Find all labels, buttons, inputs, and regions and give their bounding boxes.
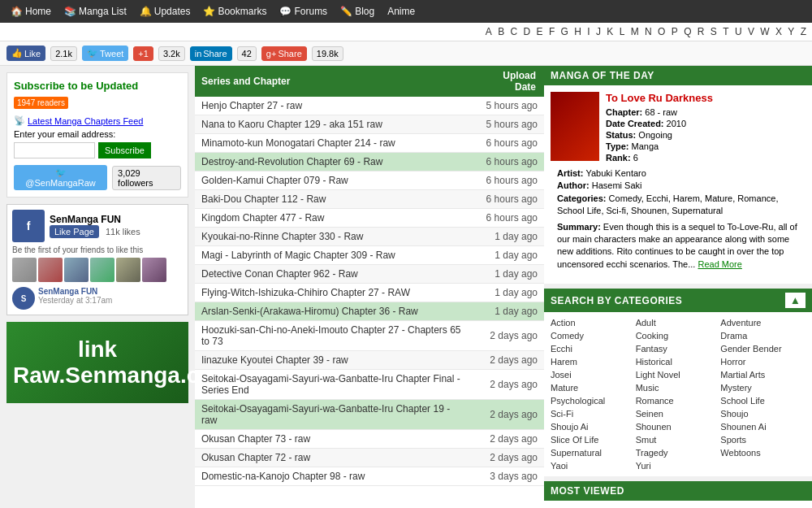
chapter-link[interactable]: Hoozuki-san-Chi-no-Aneki-Imouto Chapter … bbox=[201, 324, 460, 347]
category-link[interactable]: Sports bbox=[720, 435, 746, 445]
email-input[interactable] bbox=[14, 142, 95, 158]
chapter-link[interactable]: Seitokai-Osayagami-Sayuri-wa-Ganbatte-Ir… bbox=[201, 373, 460, 396]
nav-anime[interactable]: Anime bbox=[381, 6, 421, 17]
category-link[interactable]: Martial Arts bbox=[720, 370, 765, 380]
alpha-d[interactable]: D bbox=[522, 26, 533, 37]
nav-forums[interactable]: 💬 Forums bbox=[273, 6, 334, 17]
alpha-a[interactable]: A bbox=[484, 26, 494, 37]
alpha-w[interactable]: W bbox=[758, 26, 771, 37]
alpha-v[interactable]: V bbox=[746, 26, 756, 37]
share-google-button[interactable]: g+ Share bbox=[261, 46, 307, 61]
share-linkedin-button[interactable]: in Share bbox=[190, 46, 232, 61]
alpha-c[interactable]: C bbox=[509, 26, 520, 37]
alpha-r[interactable]: R bbox=[696, 26, 706, 37]
category-link[interactable]: Shounen Ai bbox=[720, 422, 766, 432]
read-more-link[interactable]: Read More bbox=[698, 259, 741, 269]
chapter-link[interactable]: Okusan Chapter 72 - raw bbox=[201, 452, 310, 463]
feed-link[interactable]: 📡 Latest Manga Chapters Feed bbox=[14, 115, 181, 126]
tweet-button[interactable]: 🐦 Tweet bbox=[82, 46, 128, 61]
category-link[interactable]: Drama bbox=[720, 331, 747, 341]
category-link[interactable]: Cooking bbox=[636, 331, 668, 341]
alpha-b[interactable]: B bbox=[496, 26, 506, 37]
chapter-link[interactable]: Seitokai-Osayagami-Sayuri-wa-Ganbatte-Ir… bbox=[201, 403, 450, 426]
category-link[interactable]: Seinen bbox=[636, 409, 663, 419]
chapter-link[interactable]: Arslan-Senki-(Arakawa-Hiromu) Chapter 36… bbox=[201, 306, 418, 317]
category-link[interactable]: Psychological bbox=[551, 396, 605, 406]
alpha-e[interactable]: E bbox=[535, 26, 545, 37]
motd-title[interactable]: To Love Ru Darkness bbox=[606, 92, 713, 104]
gplus-button[interactable]: +1 bbox=[133, 46, 153, 61]
chapter-link[interactable]: Detective Conan Chapter 962 - Raw bbox=[201, 268, 358, 280]
alpha-h[interactable]: H bbox=[572, 26, 583, 37]
category-link[interactable]: Mystery bbox=[720, 383, 752, 393]
chapter-link[interactable]: Kingdom Chapter 477 - Raw bbox=[201, 212, 324, 224]
category-link[interactable]: Light Novel bbox=[636, 370, 680, 380]
category-link[interactable]: Historical bbox=[636, 357, 672, 367]
category-link[interactable]: Slice Of Life bbox=[551, 435, 598, 445]
alpha-x[interactable]: X bbox=[774, 26, 784, 37]
category-link[interactable]: Smut bbox=[636, 435, 657, 445]
category-link[interactable]: Comedy bbox=[551, 331, 584, 341]
nav-blog[interactable]: ✏️ Blog bbox=[334, 6, 381, 17]
chapter-link[interactable]: Destroy-and-Revolution Chapter 69 - Raw bbox=[201, 156, 382, 167]
category-link[interactable]: Shoujo bbox=[720, 409, 748, 419]
category-link[interactable]: Ecchi bbox=[551, 344, 572, 354]
alpha-k[interactable]: K bbox=[605, 26, 615, 37]
alpha-z[interactable]: Z bbox=[799, 26, 808, 37]
alpha-i[interactable]: I bbox=[585, 26, 591, 37]
chapter-link[interactable]: Minamoto-kun Monogatari Chapter 214 - ra… bbox=[201, 137, 395, 149]
alpha-u[interactable]: U bbox=[733, 26, 744, 37]
alpha-y[interactable]: Y bbox=[786, 26, 796, 37]
category-link[interactable]: Tragedy bbox=[636, 448, 668, 458]
category-link[interactable]: Yaoi bbox=[551, 461, 568, 471]
fb-like-page-button[interactable]: Like Page bbox=[50, 225, 99, 238]
category-link[interactable]: Gender Bender bbox=[720, 344, 781, 354]
category-link[interactable]: Horror bbox=[720, 357, 745, 367]
category-link[interactable]: Romance bbox=[636, 396, 674, 406]
alpha-q[interactable]: Q bbox=[682, 26, 693, 37]
twitter-follow-button[interactable]: 🐦 @SenMangaRaw bbox=[14, 165, 107, 190]
category-link[interactable]: Action bbox=[551, 318, 576, 328]
category-link[interactable]: Sci-Fi bbox=[551, 409, 573, 419]
alpha-g[interactable]: G bbox=[559, 26, 570, 37]
chapter-link[interactable]: Kyoukai-no-Rinne Chapter 330 - Raw bbox=[201, 231, 363, 242]
category-link[interactable]: Adult bbox=[636, 318, 656, 328]
category-link[interactable]: Music bbox=[636, 383, 659, 393]
nav-home[interactable]: 🏠 Home bbox=[4, 6, 58, 17]
chapter-link[interactable]: Baki-Dou Chapter 112 - Raw bbox=[201, 193, 326, 205]
chapter-link[interactable]: Henjo Chapter 27 - raw bbox=[201, 100, 302, 111]
category-link[interactable]: Supernatural bbox=[551, 448, 602, 458]
category-link[interactable]: Mature bbox=[551, 383, 578, 393]
category-link[interactable]: Yuri bbox=[636, 461, 651, 471]
chapter-link[interactable]: Iinazuke Kyoutei Chapter 39 - raw bbox=[201, 354, 348, 366]
nav-bookmarks[interactable]: ⭐ Bookmarks bbox=[197, 6, 273, 17]
scroll-up-button[interactable]: ▲ bbox=[785, 293, 806, 308]
chapter-link[interactable]: Domestic-na-Kanojo Chapter 98 - raw bbox=[201, 471, 365, 482]
alpha-o[interactable]: O bbox=[656, 26, 667, 37]
category-link[interactable]: Harem bbox=[551, 357, 577, 367]
alpha-n[interactable]: N bbox=[643, 26, 654, 37]
category-link[interactable]: Josei bbox=[551, 370, 572, 380]
category-link[interactable]: Webtoons bbox=[720, 448, 760, 458]
nav-updates[interactable]: 🔔 Updates bbox=[133, 6, 197, 17]
chapter-link[interactable]: Golden-Kamui Chapter 079 - Raw bbox=[201, 175, 348, 186]
category-link[interactable]: Adventure bbox=[720, 318, 761, 328]
facebook-like-button[interactable]: 👍 Like bbox=[6, 46, 45, 61]
alpha-j[interactable]: J bbox=[594, 26, 603, 37]
chapter-link[interactable]: Magi - Labyrinth of Magic Chapter 309 - … bbox=[201, 250, 395, 261]
subscribe-button[interactable]: Subscribe bbox=[98, 142, 151, 158]
alpha-s[interactable]: S bbox=[709, 26, 719, 37]
alpha-l[interactable]: L bbox=[618, 26, 627, 37]
category-link[interactable]: Shounen bbox=[636, 422, 672, 432]
category-link[interactable]: Shoujo Ai bbox=[551, 422, 588, 432]
alpha-p[interactable]: P bbox=[670, 26, 680, 37]
alpha-f[interactable]: F bbox=[547, 26, 556, 37]
chapter-link[interactable]: Flying-Witch-Ishizuka-Chihiro Chapter 27… bbox=[201, 287, 410, 298]
chapter-link[interactable]: Nana to Kaoru Chapter 129 - aka 151 raw bbox=[201, 119, 382, 130]
category-link[interactable]: School Life bbox=[720, 396, 764, 406]
category-link[interactable]: Fantasy bbox=[636, 344, 667, 354]
chapter-link[interactable]: Okusan Chapter 73 - raw bbox=[201, 433, 310, 445]
alpha-t[interactable]: T bbox=[721, 26, 730, 37]
alpha-m[interactable]: M bbox=[629, 26, 641, 37]
nav-manga-list[interactable]: 📚 Manga List bbox=[58, 6, 133, 17]
